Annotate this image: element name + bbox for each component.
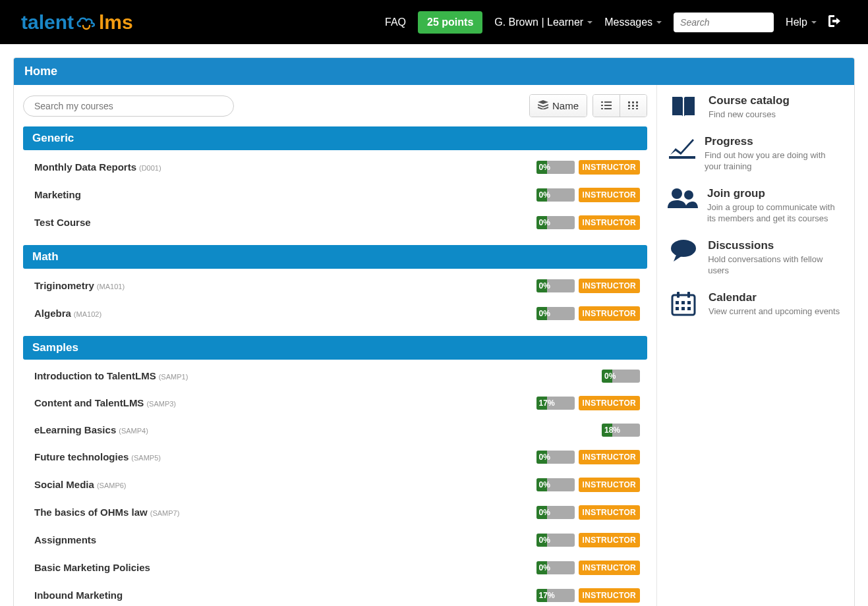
progress-value: 17% [536,591,555,600]
svg-rect-0 [601,101,603,103]
svg-rect-6 [628,101,630,103]
progress-bar: 0% [536,161,575,174]
sidebar-item-catalog[interactable]: Course catalogFind new courses [668,94,844,121]
course-title[interactable]: Assignments [34,534,96,545]
svg-rect-10 [632,105,634,107]
progress-bar: 0% [536,188,575,202]
course-title[interactable]: Future technologies [34,451,129,462]
progress-bar: 0% [602,370,640,383]
logo[interactable]: talent lms [21,11,133,34]
progress-bar: 17% [536,589,575,602]
points-badge[interactable]: 25 points [418,11,482,34]
role-badge: INSTRUCTOR [579,279,640,293]
course-row: Algebra(MA102)0%INSTRUCTOR [24,300,647,327]
course-title[interactable]: Algebra [34,308,71,319]
svg-rect-5 [604,108,612,109]
nav-faq[interactable]: FAQ [385,16,406,28]
sidebar-item-title: Progress [705,135,844,148]
view-grid-button[interactable] [620,95,647,117]
logo-talent: talent [21,11,74,34]
svg-rect-11 [636,105,638,107]
global-search-input[interactable] [674,13,774,32]
list-icon [601,100,612,111]
sidebar-item-progress[interactable]: ProgressFind out how you are doing with … [668,135,844,173]
course-title[interactable]: Triginometry [34,280,94,291]
progress-bar: 0% [536,216,575,229]
category-header[interactable]: Generic [23,126,647,150]
sidebar-item-title: Join group [707,187,844,200]
progress-value: 0% [536,190,550,200]
course-code: (SAMP5) [131,454,161,462]
role-badge: INSTRUCTOR [579,306,640,321]
progress-value: 0% [536,281,550,290]
course-title[interactable]: Test Course [34,217,91,228]
nav-user-menu[interactable]: G. Brown | Learner [494,16,593,28]
course-title[interactable]: The basics of OHMs law [34,507,148,518]
svg-rect-4 [601,108,603,109]
svg-rect-14 [636,108,638,109]
progress-bar: 0% [536,307,575,320]
group-icon [668,187,698,225]
nav-messages[interactable]: Messages [604,16,662,28]
sort-button[interactable]: Name [530,95,587,117]
svg-rect-21 [676,301,679,304]
chevron-down-icon [656,21,662,24]
course-title[interactable]: Basic Marketing Policies [34,562,150,573]
course-code: (SAMP4) [119,427,148,435]
progress-value: 17% [536,399,555,408]
sidebar-item-calendar[interactable]: CalendarView current and upcoming events [668,291,844,317]
svg-rect-8 [636,101,638,103]
progress-bar: 0% [536,451,575,464]
sidebar-item-group[interactable]: Join groupJoin a group to communicate wi… [668,187,844,225]
sidebar-item-title: Calendar [709,291,840,304]
course-code: (D001) [139,164,161,172]
svg-rect-3 [604,105,612,106]
course-row: Social Media(SAMP6)0%INSTRUCTOR [24,471,647,499]
course-row: Basic Marketing Policies0%INSTRUCTOR [24,554,647,582]
course-title[interactable]: Content and TalentLMS [34,397,144,408]
course-title[interactable]: Social Media [34,479,94,490]
progress-value: 0% [536,218,550,227]
view-list-button[interactable] [593,95,620,117]
catalog-icon [668,94,699,121]
course-title[interactable]: Monthly Data Reports [34,161,136,173]
logout-icon[interactable] [828,15,842,30]
role-badge: INSTRUCTOR [579,561,640,575]
course-title[interactable]: Inbound Marketing [34,590,123,601]
svg-rect-26 [687,307,691,310]
course-row: Content and TalentLMS(SAMP3)17%INSTRUCTO… [24,389,647,417]
course-code: (SAMP7) [150,509,180,517]
progress-bar: 18% [602,424,640,437]
progress-bar: 0% [536,561,575,574]
course-row: Triginometry(MA101)0%INSTRUCTOR [24,272,647,300]
category-header[interactable]: Math [23,245,647,269]
svg-point-16 [684,190,693,200]
stack-icon [538,100,548,111]
cloud-icon [75,14,98,30]
svg-rect-18 [672,295,695,315]
sidebar-item-subtitle: Join a group to communicate with its mem… [707,202,844,225]
category-header[interactable]: Samples [23,336,647,360]
progress-value: 0% [536,309,550,318]
course-row: Monthly Data Reports(D001)0%INSTRUCTOR [24,153,647,181]
nav-help[interactable]: Help [786,16,817,28]
svg-rect-7 [632,101,634,103]
search-courses-input[interactable] [23,96,234,117]
progress-bar: 0% [536,279,575,292]
sidebar-item-discussions[interactable]: DiscussionsHold conversations with fello… [668,239,844,277]
svg-rect-12 [628,108,630,109]
svg-rect-9 [628,105,630,107]
course-code: (SAMP3) [146,400,176,408]
course-title[interactable]: Introduction to TalentLMS [34,370,156,381]
course-code: (SAMP1) [159,373,188,381]
home-panel: Home Name [13,57,855,606]
top-nav: FAQ 25 points G. Brown | Learner Message… [385,11,842,34]
course-code: (SAMP6) [97,482,127,489]
svg-rect-2 [601,105,603,106]
svg-point-17 [671,240,696,257]
course-title[interactable]: eLearning Basics [34,424,116,435]
role-badge: INSTRUCTOR [579,396,640,410]
role-badge: INSTRUCTOR [579,188,640,202]
progress-value: 0% [536,563,550,572]
course-title[interactable]: Marketing [34,189,81,200]
